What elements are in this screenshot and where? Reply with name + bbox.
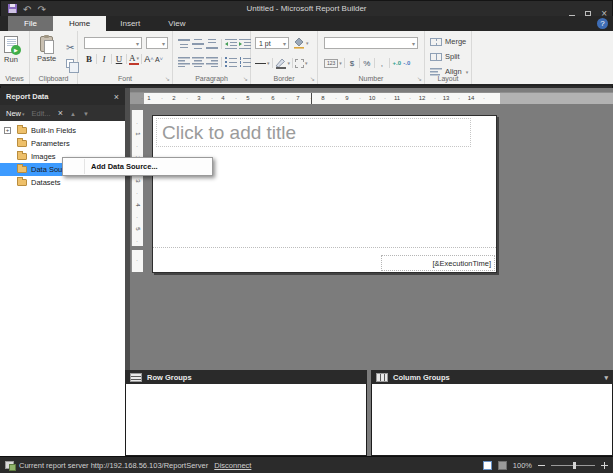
tab-file[interactable]: File [8, 16, 53, 31]
underline-button[interactable]: U [114, 53, 124, 65]
copy-icon[interactable] [66, 59, 74, 68]
comma-button[interactable]: , [377, 57, 387, 69]
new-button[interactable]: New [6, 109, 25, 118]
tree-item-built-in-fields[interactable]: Built-in Fields [0, 124, 125, 137]
align-left-icon[interactable] [178, 57, 190, 67]
increase-indent-icon[interactable] [239, 39, 251, 49]
align-center-icon[interactable] [192, 57, 204, 67]
grouping-options-icon[interactable] [604, 373, 608, 382]
edit-button[interactable]: Edit... [32, 109, 51, 118]
border-box-icon[interactable] [295, 57, 308, 69]
cut-icon[interactable] [66, 37, 74, 55]
disconnect-link[interactable]: Disconnect [214, 461, 251, 470]
ruler-number: 2 [169, 95, 179, 101]
ribbon: Run Views Paste Clipboard B I U [0, 31, 613, 86]
save-icon[interactable] [8, 4, 17, 13]
tab-view[interactable]: View [154, 16, 199, 31]
fill-color-icon[interactable] [293, 37, 309, 49]
increase-decimal-icon[interactable]: +.0 [392, 57, 402, 69]
numbering-icon[interactable] [239, 57, 251, 67]
zoom-slider-thumb[interactable] [573, 462, 576, 469]
bullets-icon[interactable] [225, 57, 237, 67]
main-area: Report Data New Edit... Built-in Fields [0, 88, 613, 456]
merge-button[interactable]: Merge [430, 37, 466, 46]
redo-icon[interactable] [37, 0, 45, 17]
group-label-font: Font [78, 75, 172, 82]
align-right-icon[interactable] [206, 57, 218, 67]
number-digits-icon[interactable]: 123 [324, 57, 342, 69]
ruler-number: 4 [218, 95, 228, 101]
group-label-clipboard: Clipboard [30, 75, 77, 82]
split-cells-icon [430, 53, 442, 61]
folder-icon [17, 127, 27, 134]
merge-label: Merge [445, 37, 466, 46]
report-title-textbox[interactable]: Click to add title [156, 118, 471, 147]
ruler-number: 3 [135, 175, 141, 187]
ribbon-group-border: 1 pt Border [251, 31, 318, 84]
move-down-icon[interactable] [83, 109, 89, 118]
bold-button[interactable]: B [84, 53, 94, 65]
report-data-header: Report Data [0, 88, 125, 105]
font-name-select[interactable] [84, 37, 142, 49]
menu-item-add-data-source[interactable]: Add Data Source... [63, 162, 158, 171]
tree-item-parameters[interactable]: Parameters [0, 137, 125, 150]
ruler-number: 7 [293, 95, 303, 101]
font-size-select[interactable] [146, 37, 168, 49]
expand-icon[interactable] [4, 127, 11, 134]
zoom-in-icon[interactable] [601, 462, 608, 469]
currency-button[interactable]: $ [347, 57, 357, 69]
server-status-text: Current report server http://192.168.56.… [19, 461, 208, 470]
ruler-number: 11 [392, 95, 402, 101]
ribbon-group-layout: Merge Split Align Layout [425, 31, 472, 84]
grow-font-button[interactable]: A [144, 53, 154, 65]
row-groups-pane[interactable] [125, 384, 367, 456]
help-icon[interactable] [597, 18, 608, 29]
decrease-decimal-icon[interactable]: -.0 [402, 57, 412, 69]
tree-item-datasets[interactable]: Datasets [0, 176, 125, 189]
zoom-out-icon[interactable] [538, 465, 545, 466]
border-color-icon[interactable] [275, 57, 291, 69]
panel-close-icon[interactable] [114, 92, 119, 102]
font-color-button[interactable]: A [129, 53, 139, 65]
ruler-number: 8 [318, 95, 328, 101]
row-groups-icon [130, 373, 142, 382]
ruler-number: 12 [417, 95, 427, 101]
ribbon-group-clipboard: Paste Clipboard [30, 31, 78, 84]
execution-time-textbox[interactable]: [&ExecutionTime] [381, 255, 495, 271]
undo-icon[interactable] [23, 0, 31, 17]
maximize-icon[interactable] [585, 11, 591, 16]
valign-middle-icon[interactable] [192, 39, 204, 49]
tab-insert[interactable]: Insert [106, 16, 154, 31]
ruler-marker [311, 93, 312, 104]
valign-bottom-icon[interactable] [206, 39, 218, 49]
line-style-icon[interactable] [255, 57, 270, 69]
group-label-border: Border [251, 75, 317, 82]
run-view-icon[interactable] [498, 461, 507, 470]
move-up-icon[interactable] [70, 109, 76, 118]
delete-icon[interactable] [58, 109, 63, 117]
split-button[interactable]: Split [430, 52, 460, 61]
number-format-select[interactable] [324, 37, 418, 49]
ruler-number: 13 [441, 95, 451, 101]
report-design-surface[interactable]: Click to add title [&ExecutionTime] [152, 115, 497, 273]
column-groups-header: Column Groups [371, 370, 613, 384]
report-data-title: Report Data [6, 92, 49, 101]
column-groups-pane[interactable] [371, 384, 613, 456]
run-label: Run [4, 55, 18, 64]
italic-button[interactable]: I [99, 53, 109, 65]
ribbon-group-font: B I U A A A Font [78, 31, 173, 84]
run-button[interactable]: Run [4, 36, 18, 64]
paste-button[interactable]: Paste [37, 36, 56, 63]
border-width-select[interactable]: 1 pt [255, 37, 289, 49]
percent-button[interactable]: % [362, 57, 372, 69]
ribbon-empty-space [472, 31, 613, 84]
decrease-indent-icon[interactable] [225, 39, 237, 49]
shrink-font-button[interactable]: A [154, 53, 164, 65]
design-view-icon[interactable] [483, 461, 492, 470]
valign-top-icon[interactable] [178, 39, 190, 49]
folder-icon [17, 166, 27, 173]
ribbon-group-views: Run Views [0, 31, 30, 84]
zoom-slider[interactable] [551, 465, 595, 466]
tab-home[interactable]: Home [53, 16, 106, 31]
ruler-number: 6 [268, 95, 278, 101]
